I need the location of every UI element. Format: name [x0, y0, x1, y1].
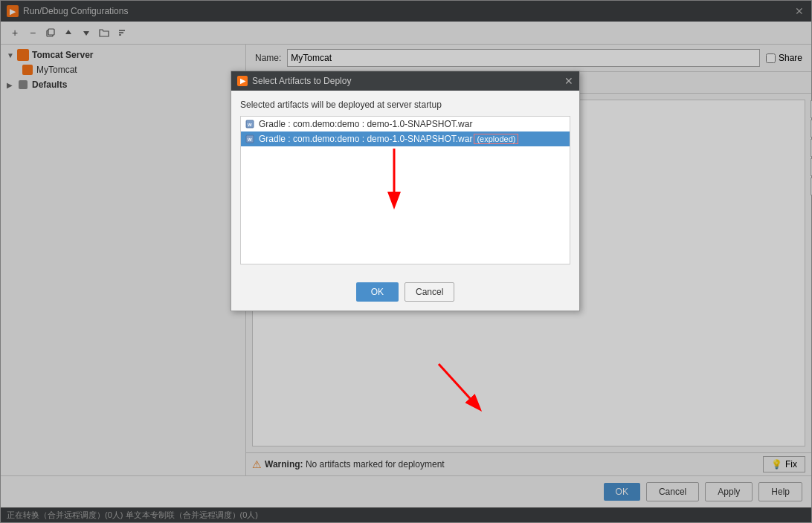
modal-close-button[interactable]: ✕: [564, 75, 573, 87]
modal-ok-button[interactable]: OK: [356, 282, 399, 302]
modal-title: Select Artifacts to Deploy: [252, 76, 564, 86]
modal-app-icon: ▶: [237, 76, 248, 86]
svg-text:W: W: [248, 123, 252, 127]
artifact-exploded-icon: W: [245, 134, 256, 144]
modal-body: Selected artifacts will be deployed at s…: [231, 91, 579, 273]
modal-cancel-button[interactable]: Cancel: [405, 282, 454, 302]
modal-buttons: OK Cancel: [231, 273, 579, 311]
svg-line-8: [439, 364, 476, 405]
exploded-badge: (exploded): [474, 134, 518, 144]
artifact-list: W Gradle : com.demo:demo : demo-1.0-SNAP…: [240, 116, 570, 264]
modal-overlay: ▶ Select Artifacts to Deploy ✕ Selected …: [0, 0, 812, 523]
artifact-item-war[interactable]: W Gradle : com.demo:demo : demo-1.0-SNAP…: [241, 117, 570, 131]
svg-text:W: W: [248, 137, 252, 142]
artifact-exploded-label: Gradle : com.demo:demo : demo-1.0-SNAPSH…: [259, 134, 472, 144]
artifact-war-icon: W: [245, 119, 256, 129]
modal-description: Selected artifacts will be deployed at s…: [240, 100, 570, 110]
main-window: ▶ Run/Debug Configurations ✕ + −: [0, 0, 812, 523]
artifact-war-label: Gradle : com.demo:demo : demo-1.0-SNAPSH…: [259, 119, 472, 129]
artifact-item-war-exploded[interactable]: W Gradle : com.demo:demo : demo-1.0-SNAP…: [241, 131, 570, 146]
modal-dialog: ▶ Select Artifacts to Deploy ✕ Selected …: [231, 71, 580, 311]
modal-title-bar: ▶ Select Artifacts to Deploy ✕: [231, 71, 579, 91]
